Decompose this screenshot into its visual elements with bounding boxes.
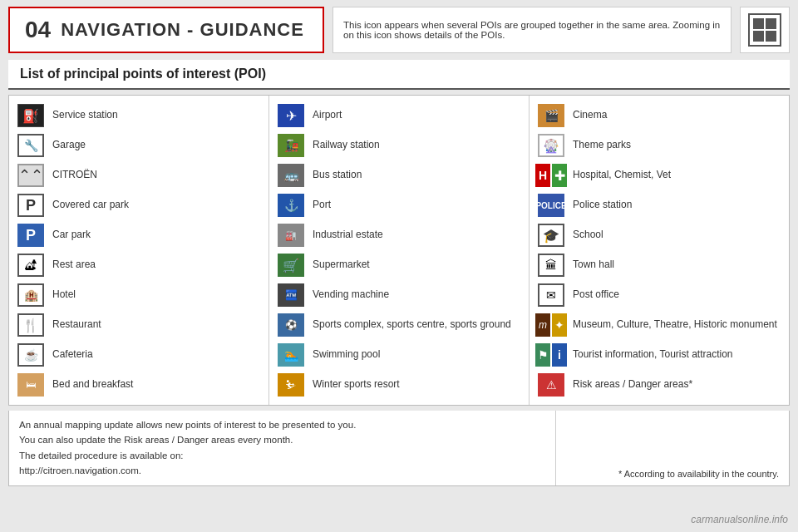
list-item: 🚌 Bus station bbox=[273, 160, 525, 190]
winter-icon: ⛷ bbox=[276, 372, 306, 397]
list-item: ⚽ Sports complex, sports centre, sports … bbox=[273, 310, 525, 340]
covered-park-icon: P bbox=[16, 193, 46, 218]
section-title: List of principal points of interest (PO… bbox=[20, 66, 266, 81]
list-item: H ✚ Hospital, Chemist, Vet bbox=[533, 160, 786, 190]
chemist-cross-icon: ✚ bbox=[552, 164, 567, 187]
tourist-icon: ⚑ i bbox=[536, 342, 566, 367]
hospital-icon-shape: H ✚ bbox=[535, 164, 567, 187]
townhall-icon: 🏛 bbox=[536, 253, 566, 278]
list-item: 🚂 Railway station bbox=[273, 131, 525, 160]
cafeteria-icon: ☕ bbox=[16, 342, 46, 367]
restaurant-label: Restaurant bbox=[52, 318, 101, 332]
vending-icon: 🏧 bbox=[276, 283, 306, 308]
bnb-icon: 🛏 bbox=[16, 372, 46, 397]
school-label: School bbox=[573, 229, 603, 242]
list-item: 🛏 Bed and breakfast bbox=[12, 370, 265, 400]
swim-label: Swimming pool bbox=[313, 348, 380, 362]
museum-icon: m ✦ bbox=[536, 313, 566, 337]
list-item: 🍴 Restaurant bbox=[12, 310, 265, 340]
tourist-flag-icon: ⚑ bbox=[535, 343, 550, 367]
footer-line-3: The detailed procedure is available on: bbox=[19, 448, 545, 463]
theme-parks-label: Theme parks bbox=[573, 139, 631, 152]
garage-label: Garage bbox=[52, 139, 86, 152]
bus-label: Bus station bbox=[313, 169, 362, 182]
list-item: P Covered car park bbox=[12, 190, 265, 220]
covered-park-label: Covered car park bbox=[52, 199, 129, 212]
winter-label: Winter sports resort bbox=[313, 378, 400, 392]
theme-parks-icon: 🎡 bbox=[536, 133, 566, 158]
list-item: ⚑ i Tourist information, Tourist attract… bbox=[533, 340, 786, 370]
list-item: 🏧 Vending machine bbox=[273, 280, 525, 310]
list-item: ✈ Airport bbox=[273, 101, 525, 131]
industrial-icon: 🏭 bbox=[276, 223, 306, 248]
airport-label: Airport bbox=[313, 109, 342, 122]
footer-text: An annual mapping update allows new poin… bbox=[9, 411, 556, 485]
tourist-info-icon: i bbox=[552, 343, 567, 367]
footer-line-2: You can also update the Risk areas / Dan… bbox=[19, 432, 545, 447]
theme-parks-icon-shape: 🎡 bbox=[538, 134, 564, 157]
bus-icon-shape: 🚌 bbox=[278, 164, 304, 187]
vending-icon-shape: 🏧 bbox=[278, 283, 304, 307]
list-item: ☕ Cafeteria bbox=[12, 340, 265, 370]
school-icon-shape: 🎓 bbox=[538, 224, 564, 247]
list-item: 🏨 Hotel bbox=[12, 280, 265, 310]
list-item: POLICE Police station bbox=[533, 190, 786, 220]
list-item: P Car park bbox=[12, 220, 265, 250]
poi-column-3: 🎬 Cinema 🎡 Theme parks H ✚ Hospital, Che… bbox=[530, 96, 789, 405]
garage-icon-shape: 🔧 bbox=[17, 134, 44, 157]
chapter-number: 04 bbox=[25, 17, 51, 43]
postoffice-icon: ✉ bbox=[536, 283, 566, 308]
cafeteria-label: Cafeteria bbox=[52, 348, 93, 362]
car-park-icon-shape: P bbox=[17, 224, 44, 247]
header: 04 NAVIGATION - GUIDANCE This icon appea… bbox=[0, 0, 798, 60]
citroen-icon: ⌃⌃ bbox=[16, 163, 46, 188]
townhall-icon-shape: 🏛 bbox=[538, 254, 564, 277]
list-item: ⌃⌃ CITROËN bbox=[12, 160, 265, 190]
cluster-icon bbox=[748, 13, 781, 47]
list-item: ⚓ Port bbox=[273, 190, 525, 220]
vending-label: Vending machine bbox=[313, 288, 389, 302]
list-item: 🏛 Town hall bbox=[533, 250, 786, 280]
tourist-label: Tourist information, Tourist attraction bbox=[573, 348, 733, 362]
postoffice-label: Post office bbox=[573, 288, 619, 302]
railway-icon: 🚂 bbox=[276, 133, 306, 158]
police-icon-shape: POLICE bbox=[538, 194, 564, 217]
hotel-icon: 🏨 bbox=[16, 283, 46, 308]
list-item: ⛷ Winter sports resort bbox=[273, 370, 525, 400]
hotel-label: Hotel bbox=[52, 288, 76, 302]
rest-area-label: Rest area bbox=[52, 259, 96, 272]
car-park-label: Car park bbox=[52, 229, 91, 242]
cafeteria-icon-shape: ☕ bbox=[17, 343, 44, 367]
sports-label: Sports complex, sports centre, sports gr… bbox=[313, 318, 511, 332]
page: 04 NAVIGATION - GUIDANCE This icon appea… bbox=[0, 0, 798, 532]
list-item: 🎡 Theme parks bbox=[533, 131, 786, 160]
chapter-title: NAVIGATION - GUIDANCE bbox=[61, 19, 304, 41]
school-icon: 🎓 bbox=[536, 223, 566, 248]
hospital-h-icon: H bbox=[535, 164, 550, 187]
list-item: ⚠ Risk areas / Danger areas* bbox=[533, 370, 786, 400]
hospital-label: Hospital, Chemist, Vet bbox=[573, 169, 671, 182]
railway-label: Railway station bbox=[313, 139, 380, 152]
bnb-label: Bed and breakfast bbox=[52, 378, 133, 392]
winter-icon-shape: ⛷ bbox=[278, 373, 304, 397]
railway-icon-shape: 🚂 bbox=[278, 134, 304, 157]
cluster-icon-box bbox=[740, 7, 790, 53]
service-station-label: Service station bbox=[52, 109, 118, 122]
police-label: Police station bbox=[573, 199, 632, 212]
covered-park-icon-shape: P bbox=[17, 194, 44, 217]
swim-icon-shape: 🏊 bbox=[278, 343, 304, 367]
service-station-icon: ⛽ bbox=[16, 103, 46, 128]
supermarket-icon-shape: 🛒 bbox=[278, 254, 304, 277]
service-icon-shape: ⛽ bbox=[17, 104, 44, 127]
citroen-icon-shape: ⌃⌃ bbox=[17, 164, 44, 187]
list-item: ✉ Post office bbox=[533, 280, 786, 310]
watermark: carmanualsonline.info bbox=[691, 514, 788, 525]
sports-icon: ⚽ bbox=[276, 313, 306, 337]
footer-note: * According to availability in the count… bbox=[556, 411, 789, 485]
section-title-bar: List of principal points of interest (PO… bbox=[8, 60, 790, 90]
footer-line-1: An annual mapping update allows new poin… bbox=[19, 417, 545, 432]
museum-icon-shape: m ✦ bbox=[535, 313, 567, 337]
bus-icon: 🚌 bbox=[276, 163, 306, 188]
header-title-box: 04 NAVIGATION - GUIDANCE bbox=[8, 7, 324, 53]
cinema-icon: 🎬 bbox=[536, 103, 566, 128]
